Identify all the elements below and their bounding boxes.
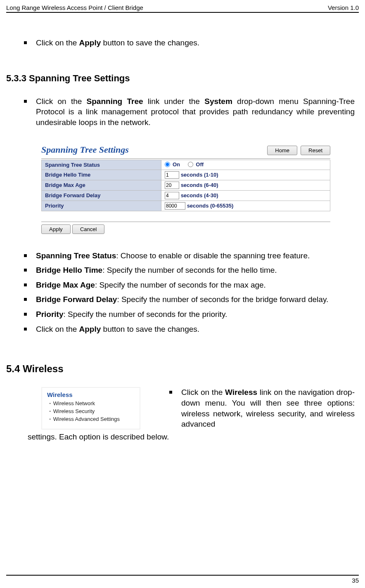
wireless-menu-item-advanced[interactable]: Wireless Advanced Settings [42, 415, 140, 423]
home-button[interactable]: Home [267, 146, 297, 155]
desc-status: Spanning Tree Status: Choose to enable o… [36, 250, 310, 261]
wireless-menu: Wireless Wireless Network Wireless Secur… [41, 387, 140, 430]
status-on-radio[interactable] [165, 162, 170, 167]
header-left: Long Range Wireless Access Point / Clien… [6, 4, 143, 11]
on-label: On [173, 161, 180, 168]
desc-maxage: Bridge Max Age: Specify the number of se… [36, 280, 266, 290]
priority-input[interactable] [165, 202, 185, 210]
bullet-icon [24, 100, 27, 103]
reset-button[interactable]: Reset [301, 146, 330, 155]
desc-priority: Priority: Specify the number of seconds … [36, 309, 227, 320]
cancel-button[interactable]: Cancel [72, 224, 104, 234]
forward-label: Bridge Forward Delay [42, 190, 161, 201]
bullet-icon [24, 269, 27, 272]
bullet-icon [24, 313, 27, 316]
hello-suffix: seconds (1-10) [181, 172, 218, 178]
page-number: 35 [352, 577, 359, 584]
hello-label: Bridge Hello Time [42, 170, 161, 180]
priority-suffix: seconds (0-65535) [187, 203, 234, 209]
forward-input[interactable] [165, 192, 179, 199]
status-off-radio[interactable] [188, 162, 193, 167]
apply-button[interactable]: Apply [41, 224, 71, 234]
page-header: Long Range Wireless Access Point / Clien… [6, 4, 359, 13]
maxage-input[interactable] [165, 182, 179, 189]
wireless-continued-text: settings. Each option is described below… [28, 432, 355, 442]
bullet-icon [24, 328, 27, 331]
wireless-menu-item-network[interactable]: Wireless Network [42, 399, 140, 407]
hello-input[interactable] [165, 171, 179, 179]
bullet-icon [169, 391, 172, 394]
desc-apply: Click on the Apply button to save the ch… [36, 324, 199, 335]
page-footer: 35 [6, 575, 359, 584]
section-533-heading: 5.3.3 Spanning Tree Settings [6, 73, 355, 84]
maxage-label: Bridge Max Age [42, 180, 161, 190]
off-label: Off [196, 161, 204, 168]
bullet-icon [24, 283, 27, 286]
maxage-suffix: seconds (6-40) [181, 182, 218, 188]
settings-title: Spanning Tree Settings [41, 144, 129, 155]
wireless-menu-title: Wireless [42, 390, 140, 399]
header-right: Version 1.0 [328, 4, 359, 11]
bullet-icon [24, 41, 27, 44]
spanning-tree-settings-panel: Spanning Tree Settings Home Reset Spanni… [41, 144, 330, 234]
wireless-menu-item-security[interactable]: Wireless Security [42, 407, 140, 415]
divider [41, 222, 330, 222]
section-54-heading: 5.4 Wireless [6, 363, 355, 375]
wireless-bullet-text: Click on the Wireless link on the naviga… [181, 387, 355, 430]
desc-forward: Bridge Forward Delay: Specify the number… [36, 294, 328, 305]
desc-hello: Bridge Hello Time: Specify the number of… [36, 265, 277, 276]
section-533-bullet1: Click on the Spanning Tree link under th… [36, 96, 355, 128]
bullet-icon [24, 298, 27, 301]
bullet-icon [24, 254, 27, 257]
intro-bullet-text: Click on the Apply button to save the ch… [36, 38, 199, 48]
priority-label: Priority [42, 201, 161, 211]
forward-suffix: seconds (4-30) [181, 192, 218, 198]
status-label: Spanning Tree Status [42, 160, 161, 170]
divider [41, 158, 330, 159]
